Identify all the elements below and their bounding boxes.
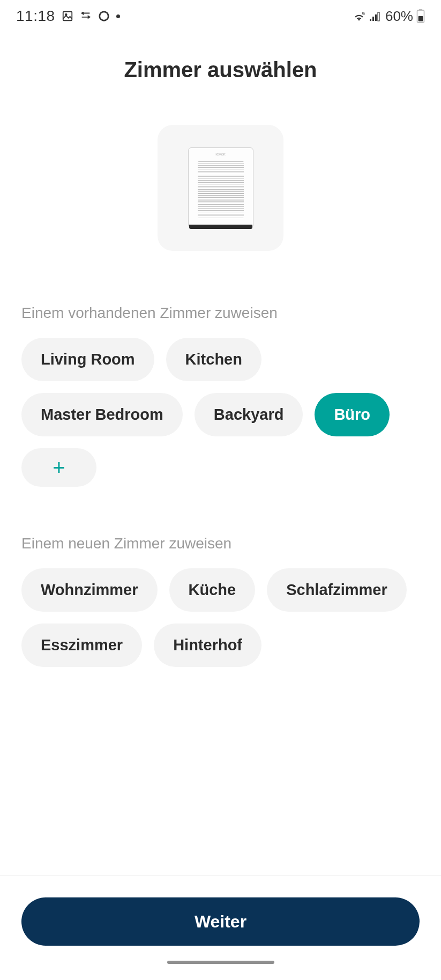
new-rooms-label: Einem neuen Zimmer zuweisen bbox=[21, 535, 420, 552]
circle-icon bbox=[98, 10, 110, 22]
add-room-button[interactable]: + bbox=[21, 448, 96, 487]
status-time: 11:18 bbox=[16, 8, 55, 25]
status-left: 11:18 bbox=[16, 8, 120, 25]
footer: Weiter bbox=[0, 875, 441, 980]
svg-rect-10 bbox=[418, 16, 423, 21]
room-chip-living-room[interactable]: Living Room bbox=[21, 338, 154, 381]
dot-icon bbox=[116, 14, 120, 18]
room-chip-kitchen[interactable]: Kitchen bbox=[166, 338, 261, 381]
room-chip-schlafzimmer[interactable]: Schlafzimmer bbox=[267, 568, 407, 612]
existing-rooms-list: Living Room Kitchen Master Bedroom Backy… bbox=[21, 338, 420, 487]
battery-icon bbox=[416, 9, 425, 23]
svg-point-2 bbox=[99, 12, 108, 21]
room-chip-hinterhof[interactable]: Hinterhof bbox=[154, 623, 261, 667]
existing-rooms-label: Einem vorhandenen Zimmer zuweisen bbox=[21, 305, 420, 322]
room-chip-esszimmer[interactable]: Esszimmer bbox=[21, 623, 142, 667]
status-right: 6 60% bbox=[352, 8, 425, 25]
svg-rect-6 bbox=[375, 14, 377, 21]
room-chip-kueche[interactable]: Küche bbox=[169, 568, 256, 612]
room-chip-master-bedroom[interactable]: Master Bedroom bbox=[21, 393, 183, 436]
status-bar: 11:18 6 60% bbox=[0, 0, 441, 32]
svg-rect-7 bbox=[378, 12, 379, 21]
device-image: levoit bbox=[188, 147, 253, 229]
battery-text: 60% bbox=[385, 8, 413, 25]
page-title: Zimmer auswählen bbox=[0, 58, 441, 82]
home-indicator[interactable] bbox=[167, 961, 274, 964]
continue-button[interactable]: Weiter bbox=[21, 897, 420, 946]
new-rooms-list: Wohnzimmer Küche Schlafzimmer Esszimmer … bbox=[21, 568, 420, 667]
svg-rect-5 bbox=[372, 17, 374, 21]
room-chip-wohnzimmer[interactable]: Wohnzimmer bbox=[21, 568, 158, 612]
room-chip-buero[interactable]: Büro bbox=[315, 393, 390, 436]
transfer-icon bbox=[80, 10, 92, 22]
svg-rect-4 bbox=[370, 19, 371, 21]
device-image-card: levoit bbox=[158, 125, 283, 251]
signal-icon bbox=[369, 11, 382, 21]
wifi-icon: 6 bbox=[352, 10, 366, 22]
room-chip-backyard[interactable]: Backyard bbox=[195, 393, 303, 436]
svg-rect-0 bbox=[63, 12, 72, 21]
image-icon bbox=[62, 10, 73, 22]
plus-icon: + bbox=[53, 461, 65, 474]
